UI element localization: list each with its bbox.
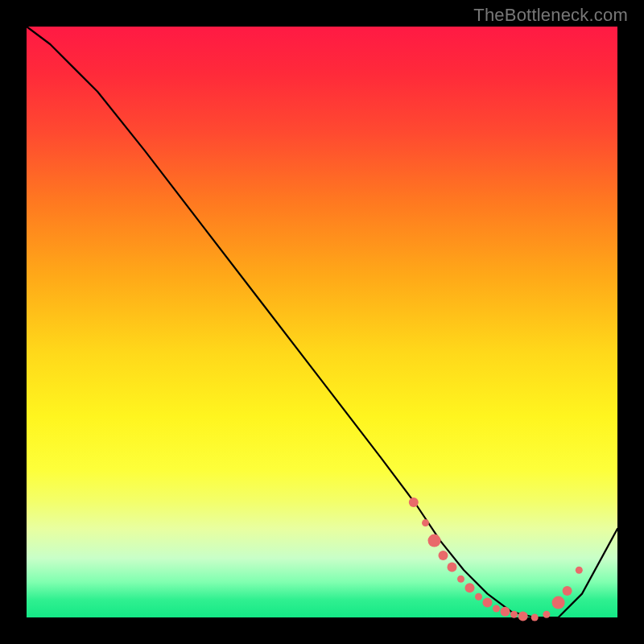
- chart-frame: TheBottleneck.com: [0, 0, 644, 644]
- bottleneck-curve: [27, 27, 617, 617]
- curve-marker: [465, 583, 475, 592]
- curve-markers: [409, 497, 583, 621]
- curve-marker: [510, 611, 518, 618]
- chart-svg: [27, 27, 617, 617]
- curve-marker: [428, 535, 441, 547]
- curve-marker: [543, 611, 550, 618]
- curve-marker: [493, 605, 500, 613]
- curve-marker: [439, 551, 448, 560]
- curve-marker: [409, 497, 419, 507]
- curve-marker: [422, 519, 429, 526]
- plot-area: [27, 27, 617, 617]
- curve-marker: [475, 593, 482, 601]
- curve-marker: [457, 576, 464, 583]
- curve-marker: [531, 614, 539, 621]
- curve-marker: [518, 612, 528, 621]
- curve-marker: [563, 586, 572, 596]
- curve-marker: [576, 567, 583, 574]
- curve-marker: [448, 563, 457, 572]
- curve-marker: [501, 607, 510, 617]
- curve-marker: [552, 597, 565, 609]
- curve-marker: [483, 598, 493, 608]
- watermark-text: TheBottleneck.com: [473, 5, 628, 26]
